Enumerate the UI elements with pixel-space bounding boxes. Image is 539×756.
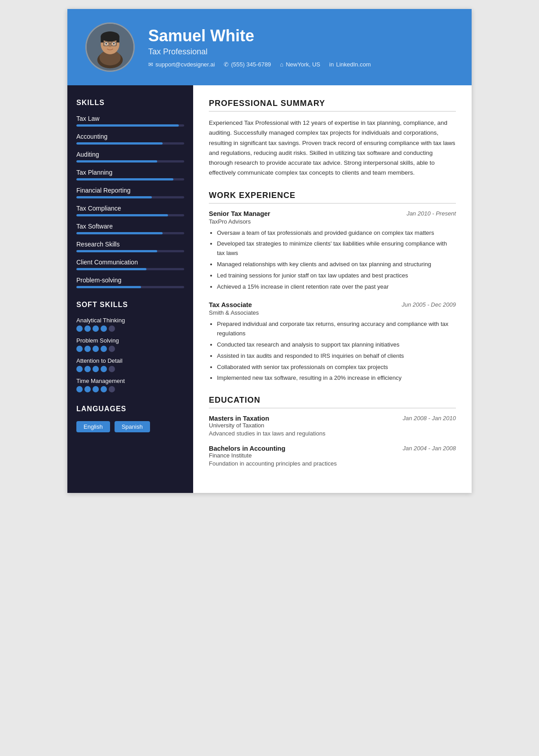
job-title: Tax Associate: [209, 301, 252, 308]
summary-section: PROFESSIONAL SUMMARY Experienced Tax Pro…: [209, 99, 456, 178]
svg-point-10: [113, 43, 115, 45]
dot-filled: [93, 386, 99, 392]
skill-name: Tax Law: [76, 115, 184, 122]
dot-filled: [101, 346, 107, 352]
skill-item: Tax Planning: [76, 169, 184, 180]
soft-skill-name: Time Management: [76, 378, 184, 384]
job-bullet: Oversaw a team of tax professionals and …: [217, 229, 456, 238]
job-bullets: Oversaw a team of tax professionals and …: [209, 229, 456, 292]
skill-bar-fill: [76, 286, 141, 288]
skill-item: Tax Law: [76, 115, 184, 127]
job-bullet: Prepared individual and corporate tax re…: [217, 320, 456, 338]
location-icon: ⌂: [280, 61, 283, 68]
dots-row: [76, 346, 184, 352]
soft-skill-item: Attention to Detail: [76, 357, 184, 372]
job-bullet: Collaborated with senior tax professiona…: [217, 363, 456, 372]
skill-item: Accounting: [76, 133, 184, 145]
language-tag: Spanish: [115, 421, 150, 432]
dot-empty: [109, 366, 115, 372]
dot-empty: [109, 325, 115, 332]
skill-bar-fill: [76, 268, 146, 270]
body-section: SKILLS Tax Law Accounting Auditing Tax P…: [67, 85, 472, 493]
edu-degree: Bachelors in Accounting: [209, 445, 285, 452]
soft-skill-item: Problem Solving: [76, 337, 184, 352]
edu-description: Foundation in accounting principles and …: [209, 460, 456, 467]
soft-skills-title: SOFT SKILLS: [76, 301, 184, 309]
skill-bar-bg: [76, 160, 184, 163]
skill-item: Client Communication: [76, 259, 184, 270]
skill-item: Tax Compliance: [76, 205, 184, 216]
skill-name: Tax Software: [76, 223, 184, 230]
candidate-title: Tax Professional: [148, 47, 454, 57]
job-title: Senior Tax Manager: [209, 210, 270, 217]
dot-empty: [109, 386, 115, 392]
dot-empty: [109, 346, 115, 352]
job-item: Senior Tax Manager Jan 2010 - Present Ta…: [209, 210, 456, 292]
education-section: EDUCATION Masters in Taxation Jan 2008 -…: [209, 396, 456, 467]
job-company: TaxPro Advisors: [209, 218, 456, 225]
dot-filled: [93, 346, 99, 352]
language-tag: English: [76, 421, 110, 432]
skill-bar-fill: [76, 142, 163, 145]
svg-rect-5: [101, 36, 104, 42]
dot-filled: [84, 325, 91, 332]
dot-filled: [76, 366, 83, 372]
skill-bar-bg: [76, 178, 184, 180]
skill-bar-fill: [76, 160, 157, 163]
contact-list: ✉ support@cvdesigner.ai ✆ (555) 345-6789…: [148, 61, 454, 68]
sidebar: SKILLS Tax Law Accounting Auditing Tax P…: [67, 85, 193, 493]
svg-point-9: [106, 43, 107, 45]
dot-filled: [84, 346, 91, 352]
dot-filled: [93, 366, 99, 372]
skill-name: Auditing: [76, 151, 184, 158]
svg-point-14: [109, 45, 111, 47]
edu-description: Advanced studies in tax laws and regulat…: [209, 430, 456, 437]
skill-bar-bg: [76, 196, 184, 198]
skill-name: Problem-solving: [76, 277, 184, 284]
languages-title: LANGUAGES: [76, 405, 184, 413]
skill-item: Financial Reporting: [76, 187, 184, 198]
soft-skill-name: Attention to Detail: [76, 357, 184, 364]
skill-item: Auditing: [76, 151, 184, 163]
skill-bar-fill: [76, 250, 157, 252]
dot-filled: [101, 325, 107, 332]
skill-bar-bg: [76, 124, 184, 127]
svg-rect-6: [116, 36, 119, 42]
skills-title: SKILLS: [76, 99, 184, 107]
soft-skill-item: Time Management: [76, 378, 184, 392]
skill-bar-fill: [76, 232, 163, 234]
skill-bar-fill: [76, 214, 168, 216]
header-info: Samuel White Tax Professional ✉ support@…: [148, 26, 454, 68]
edu-school: Finance Institute: [209, 452, 456, 459]
experience-section: WORK EXPERIENCE Senior Tax Manager Jan 2…: [209, 191, 456, 383]
soft-skill-item: Analytical Thinking: [76, 317, 184, 332]
jobs-list: Senior Tax Manager Jan 2010 - Present Ta…: [209, 210, 456, 383]
dot-filled: [76, 346, 83, 352]
skill-bar-bg: [76, 250, 184, 252]
dots-row: [76, 386, 184, 392]
skill-bar-bg: [76, 142, 184, 145]
skill-name: Client Communication: [76, 259, 184, 266]
candidate-name: Samuel White: [148, 26, 454, 45]
skill-name: Financial Reporting: [76, 187, 184, 194]
skill-bar-fill: [76, 124, 179, 127]
header-section: Samuel White Tax Professional ✉ support@…: [67, 9, 472, 85]
contact-linkedin: in LinkedIn.com: [329, 61, 371, 68]
job-item: Tax Associate Jun 2005 - Dec 2009 Smith …: [209, 301, 456, 383]
soft-skills-list: Analytical Thinking Problem Solving Atte…: [76, 317, 184, 392]
skill-bar-fill: [76, 178, 173, 180]
education-list: Masters in Taxation Jan 2008 - Jan 2010 …: [209, 415, 456, 467]
job-bullet: Assisted in tax audits and responded to …: [217, 352, 456, 361]
languages-list: EnglishSpanish: [76, 421, 184, 432]
dots-row: [76, 366, 184, 372]
dot-filled: [101, 386, 107, 392]
job-bullet: Managed relationships with key clients a…: [217, 260, 456, 269]
job-header: Tax Associate Jun 2005 - Dec 2009: [209, 301, 456, 308]
job-bullets: Prepared individual and corporate tax re…: [209, 320, 456, 383]
job-bullet: Conducted tax research and analysis to s…: [217, 340, 456, 350]
soft-skill-name: Problem Solving: [76, 337, 184, 344]
avatar: [85, 22, 135, 72]
phone-icon: ✆: [224, 61, 229, 68]
contact-location: ⌂ NewYork, US: [280, 61, 320, 68]
job-dates: Jan 2010 - Present: [406, 210, 456, 217]
